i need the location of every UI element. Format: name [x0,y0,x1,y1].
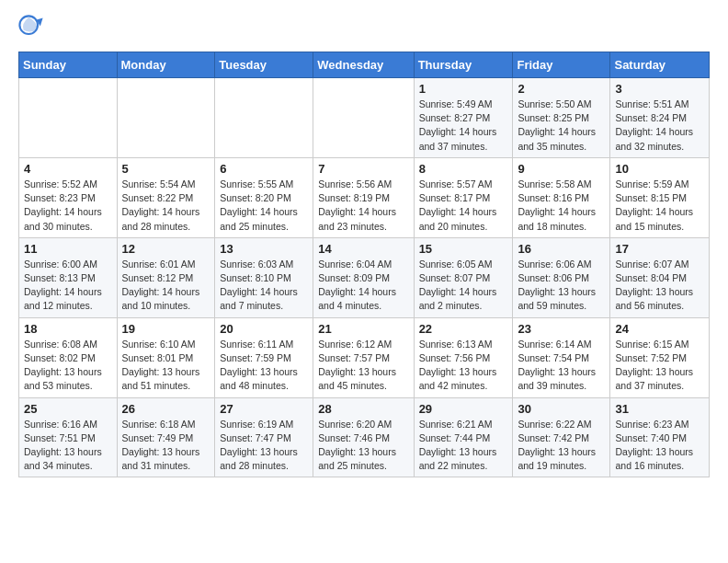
day-info: Sunrise: 6:08 AM Sunset: 8:02 PM Dayligh… [24,338,112,394]
calendar-cell: 1Sunrise: 5:49 AM Sunset: 8:27 PM Daylig… [414,78,513,158]
day-number: 20 [220,322,308,336]
calendar-cell: 14Sunrise: 6:04 AM Sunset: 8:09 PM Dayli… [313,237,414,317]
day-info: Sunrise: 5:57 AM Sunset: 8:17 PM Dayligh… [419,178,508,234]
day-number: 31 [615,402,704,416]
day-number: 23 [518,322,605,336]
day-number: 17 [615,242,704,256]
day-number: 3 [615,82,704,96]
calendar-cell: 23Sunrise: 6:14 AM Sunset: 7:54 PM Dayli… [513,317,610,397]
calendar-week-5: 25Sunrise: 6:16 AM Sunset: 7:51 PM Dayli… [19,397,710,477]
day-info: Sunrise: 5:51 AM Sunset: 8:24 PM Dayligh… [615,98,704,154]
day-info: Sunrise: 6:07 AM Sunset: 8:04 PM Dayligh… [615,258,704,314]
calendar-cell: 10Sunrise: 5:59 AM Sunset: 8:15 PM Dayli… [610,157,710,237]
calendar-header-row: SundayMondayTuesdayWednesdayThursdayFrid… [19,52,710,78]
calendar-cell: 15Sunrise: 6:05 AM Sunset: 8:07 PM Dayli… [414,237,513,317]
calendar-cell: 30Sunrise: 6:22 AM Sunset: 7:42 PM Dayli… [513,397,610,477]
day-number: 10 [615,162,704,176]
day-number: 15 [419,242,508,256]
day-number: 18 [24,322,112,336]
day-number: 11 [24,242,112,256]
day-number: 26 [122,402,210,416]
day-info: Sunrise: 6:04 AM Sunset: 8:09 PM Dayligh… [318,258,408,314]
day-info: Sunrise: 6:00 AM Sunset: 8:13 PM Dayligh… [24,258,112,314]
day-info: Sunrise: 6:15 AM Sunset: 7:52 PM Dayligh… [615,338,704,394]
calendar-cell: 25Sunrise: 6:16 AM Sunset: 7:51 PM Dayli… [19,397,118,477]
day-header-thursday: Thursday [414,52,513,78]
day-info: Sunrise: 6:12 AM Sunset: 7:57 PM Dayligh… [318,338,408,394]
day-number: 30 [518,402,605,416]
calendar-cell: 20Sunrise: 6:11 AM Sunset: 7:59 PM Dayli… [215,317,313,397]
calendar-table: SundayMondayTuesdayWednesdayThursdayFrid… [18,52,710,477]
page-header [18,15,710,40]
day-info: Sunrise: 6:13 AM Sunset: 7:56 PM Dayligh… [419,338,508,394]
day-info: Sunrise: 6:18 AM Sunset: 7:49 PM Dayligh… [122,418,210,474]
calendar-cell: 19Sunrise: 6:10 AM Sunset: 8:01 PM Dayli… [117,317,215,397]
calendar-cell: 28Sunrise: 6:20 AM Sunset: 7:46 PM Dayli… [313,397,414,477]
calendar-week-3: 11Sunrise: 6:00 AM Sunset: 8:13 PM Dayli… [19,237,710,317]
calendar-cell: 11Sunrise: 6:00 AM Sunset: 8:13 PM Dayli… [19,237,118,317]
day-info: Sunrise: 6:16 AM Sunset: 7:51 PM Dayligh… [24,418,112,474]
day-info: Sunrise: 6:05 AM Sunset: 8:07 PM Dayligh… [419,258,508,314]
day-header-tuesday: Tuesday [215,52,313,78]
day-number: 8 [419,162,508,176]
day-info: Sunrise: 5:50 AM Sunset: 8:25 PM Dayligh… [518,98,605,154]
day-number: 25 [24,402,112,416]
calendar-cell [19,78,118,158]
day-info: Sunrise: 6:20 AM Sunset: 7:46 PM Dayligh… [318,418,408,474]
day-info: Sunrise: 5:52 AM Sunset: 8:23 PM Dayligh… [24,178,112,234]
calendar-cell: 22Sunrise: 6:13 AM Sunset: 7:56 PM Dayli… [414,317,513,397]
calendar-cell [313,78,414,158]
day-number: 14 [318,242,408,256]
day-header-wednesday: Wednesday [313,52,414,78]
calendar-cell: 27Sunrise: 6:19 AM Sunset: 7:47 PM Dayli… [215,397,313,477]
calendar-cell: 12Sunrise: 6:01 AM Sunset: 8:12 PM Dayli… [117,237,215,317]
calendar-cell: 16Sunrise: 6:06 AM Sunset: 8:06 PM Dayli… [513,237,610,317]
calendar-cell: 17Sunrise: 6:07 AM Sunset: 8:04 PM Dayli… [610,237,710,317]
calendar-cell: 24Sunrise: 6:15 AM Sunset: 7:52 PM Dayli… [610,317,710,397]
calendar-cell: 8Sunrise: 5:57 AM Sunset: 8:17 PM Daylig… [414,157,513,237]
calendar-cell: 29Sunrise: 6:21 AM Sunset: 7:44 PM Dayli… [414,397,513,477]
calendar-cell: 7Sunrise: 5:56 AM Sunset: 8:19 PM Daylig… [313,157,414,237]
day-number: 7 [318,162,408,176]
day-number: 1 [419,82,508,96]
day-number: 12 [122,242,210,256]
day-number: 9 [518,162,605,176]
calendar-cell: 5Sunrise: 5:54 AM Sunset: 8:22 PM Daylig… [117,157,215,237]
day-number: 24 [615,322,704,336]
calendar-cell: 6Sunrise: 5:55 AM Sunset: 8:20 PM Daylig… [215,157,313,237]
calendar-cell: 26Sunrise: 6:18 AM Sunset: 7:49 PM Dayli… [117,397,215,477]
calendar-cell: 18Sunrise: 6:08 AM Sunset: 8:02 PM Dayli… [19,317,118,397]
calendar-cell: 2Sunrise: 5:50 AM Sunset: 8:25 PM Daylig… [513,78,610,158]
calendar-cell: 13Sunrise: 6:03 AM Sunset: 8:10 PM Dayli… [215,237,313,317]
day-info: Sunrise: 6:21 AM Sunset: 7:44 PM Dayligh… [419,418,508,474]
day-header-monday: Monday [117,52,215,78]
day-number: 2 [518,82,605,96]
day-number: 21 [318,322,408,336]
day-header-sunday: Sunday [19,52,118,78]
calendar-cell: 31Sunrise: 6:23 AM Sunset: 7:40 PM Dayli… [610,397,710,477]
day-number: 16 [518,242,605,256]
day-info: Sunrise: 6:22 AM Sunset: 7:42 PM Dayligh… [518,418,605,474]
day-number: 22 [419,322,508,336]
calendar-cell: 3Sunrise: 5:51 AM Sunset: 8:24 PM Daylig… [610,78,710,158]
logo [18,15,48,40]
day-info: Sunrise: 5:55 AM Sunset: 8:20 PM Dayligh… [220,178,308,234]
day-info: Sunrise: 6:01 AM Sunset: 8:12 PM Dayligh… [122,258,210,314]
day-number: 27 [220,402,308,416]
day-info: Sunrise: 6:03 AM Sunset: 8:10 PM Dayligh… [220,258,308,314]
day-info: Sunrise: 5:58 AM Sunset: 8:16 PM Dayligh… [518,178,605,234]
day-info: Sunrise: 6:11 AM Sunset: 7:59 PM Dayligh… [220,338,308,394]
day-number: 5 [122,162,210,176]
calendar-cell: 9Sunrise: 5:58 AM Sunset: 8:16 PM Daylig… [513,157,610,237]
calendar-week-1: 1Sunrise: 5:49 AM Sunset: 8:27 PM Daylig… [19,78,710,158]
day-header-friday: Friday [513,52,610,78]
day-info: Sunrise: 5:49 AM Sunset: 8:27 PM Dayligh… [419,98,508,154]
day-number: 19 [122,322,210,336]
day-info: Sunrise: 6:19 AM Sunset: 7:47 PM Dayligh… [220,418,308,474]
day-info: Sunrise: 5:54 AM Sunset: 8:22 PM Dayligh… [122,178,210,234]
calendar-week-2: 4Sunrise: 5:52 AM Sunset: 8:23 PM Daylig… [19,157,710,237]
calendar-cell [117,78,215,158]
calendar-week-4: 18Sunrise: 6:08 AM Sunset: 8:02 PM Dayli… [19,317,710,397]
day-number: 4 [24,162,112,176]
day-info: Sunrise: 5:56 AM Sunset: 8:19 PM Dayligh… [318,178,408,234]
